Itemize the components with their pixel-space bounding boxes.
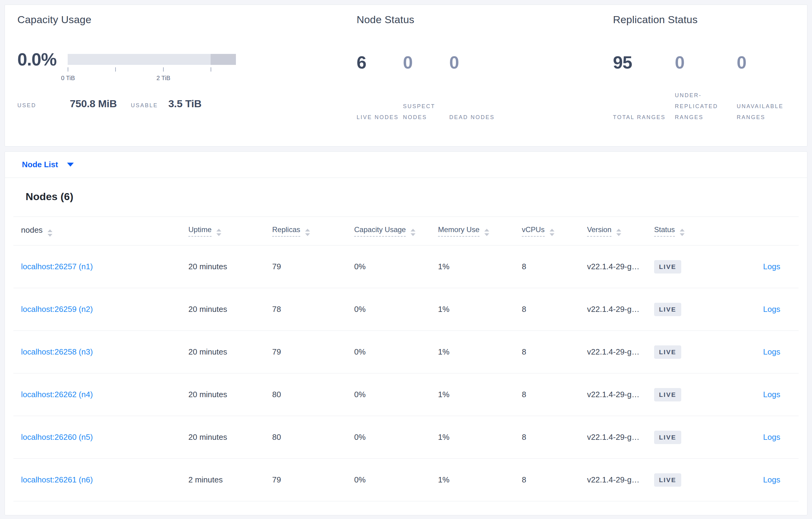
stat-unavailable-ranges: 0 UNAVAILABLE RANGES [737,52,799,123]
version-cell: v22.1.4-29-g… [587,262,654,271]
node-link[interactable]: localhost:26258 (n3) [13,347,188,357]
version-cell: v22.1.4-29-g… [587,347,654,357]
node-link[interactable]: localhost:26261 (n6) [13,475,188,485]
vcpus-cell: 8 [522,390,587,399]
stat-under-replicated-ranges: 0 UNDER-REPLICATED RANGES [675,52,737,123]
status-badge: LIVE [654,473,681,487]
column-header-uptime[interactable]: Uptime [188,225,272,237]
stat-value: 6 [357,52,403,73]
stat-value: 0 [403,52,449,73]
uptime-cell: 20 minutes [188,305,272,314]
status-badge: LIVE [654,303,681,316]
table-row: localhost:26257 (n1) 20 minutes 79 0% 1%… [13,245,799,288]
capacity-bar-end-segment [211,54,236,65]
logs-link[interactable]: Logs [763,390,780,399]
node-list-panel: Node List Nodes (6) nodes Uptime Replica… [5,151,807,515]
memory-use-cell: 1% [438,475,522,485]
sort-icon [305,229,310,236]
memory-use-cell: 1% [438,305,522,314]
node-link[interactable]: localhost:26262 (n4) [13,390,188,399]
capacity-usage-section: Capacity Usage 0.0% 0 TiB 2 TiB USED 750… [18,13,322,110]
status-badge: LIVE [654,388,681,401]
stat-label: TOTAL RANGES [613,112,675,123]
sort-icon [680,229,685,236]
logs-link[interactable]: Logs [763,305,780,314]
table-row: localhost:26260 (n5) 20 minutes 80 0% 1%… [13,416,799,459]
capacity-bar-usable-segment [68,54,211,65]
version-cell: v22.1.4-29-g… [587,432,654,442]
logs-link[interactable]: Logs [763,475,780,484]
usable-value: 3.5 TiB [168,98,201,110]
usable-label: USABLE [131,102,158,109]
version-cell: v22.1.4-29-g… [587,475,654,485]
logs-cell: Logs [763,347,799,357]
stat-label: SUSPECT NODES [403,101,449,123]
stat-value: 95 [613,52,675,73]
capacity-bar-chart: 0 TiB 2 TiB [68,54,238,70]
logs-cell: Logs [763,305,799,314]
logs-cell: Logs [763,432,799,442]
used-value: 750.8 MiB [70,98,117,110]
vcpus-cell: 8 [522,305,587,314]
capacity-used-usable-row: USED 750.8 MiB USABLE 3.5 TiB [18,98,322,110]
node-list-dropdown-label: Node List [22,160,58,169]
stat-value: 0 [675,52,737,73]
replicas-cell: 79 [272,475,354,485]
replicas-cell: 79 [272,262,354,271]
vcpus-cell: 8 [522,262,587,271]
logs-link[interactable]: Logs [763,347,780,356]
table-row: localhost:26262 (n4) 20 minutes 80 0% 1%… [13,373,799,416]
logs-cell: Logs [763,262,799,271]
stat-live-nodes: 6 LIVE NODES [357,52,403,123]
capacity-usage-title: Capacity Usage [18,13,322,26]
capacity-usage-cell: 0% [354,305,438,314]
axis-tick [211,67,211,71]
table-row: localhost:26259 (n2) 20 minutes 78 0% 1%… [13,288,799,331]
node-list-dropdown[interactable]: Node List [5,152,807,178]
stat-label: DEAD NODES [449,112,496,123]
replicas-cell: 78 [272,305,354,314]
axis-tick [163,67,164,71]
capacity-gauge: 0.0% 0 TiB 2 TiB [18,49,322,70]
node-link[interactable]: localhost:26257 (n1) [13,262,188,271]
used-label: USED [18,102,36,109]
column-header-version[interactable]: Version [587,225,654,237]
axis-tick [68,67,68,71]
uptime-cell: 20 minutes [188,262,272,271]
axis-tick-label: 0 TiB [61,74,75,82]
stat-suspect-nodes: 0 SUSPECT NODES [403,52,449,123]
status-cell: LIVE [654,388,721,401]
status-badge: LIVE [654,260,681,274]
column-header-replicas[interactable]: Replicas [272,225,354,237]
capacity-bar [68,54,236,65]
column-header-status[interactable]: Status [654,225,721,237]
stat-dead-nodes: 0 DEAD NODES [449,52,496,123]
axis-tick-label: 2 TiB [156,74,170,82]
replicas-cell: 80 [272,390,354,399]
node-status-stats: 6 LIVE NODES 0 SUSPECT NODES 0 DEAD NODE… [357,52,588,123]
capacity-percent-value: 0.0% [18,49,68,70]
memory-use-cell: 1% [438,432,522,442]
sort-icon [550,229,554,236]
status-cell: LIVE [654,431,721,444]
logs-cell: Logs [763,390,799,399]
vcpus-cell: 8 [522,347,587,357]
status-cell: LIVE [654,473,721,487]
replicas-cell: 79 [272,347,354,357]
column-header-nodes[interactable]: nodes [13,225,188,237]
node-link[interactable]: localhost:26259 (n2) [13,305,188,314]
column-header-vcpus[interactable]: vCPUs [522,225,587,237]
capacity-usage-cell: 0% [354,475,438,485]
node-link[interactable]: localhost:26260 (n5) [13,432,188,442]
sort-icon [484,229,489,236]
nodes-heading: Nodes (6) [26,191,807,203]
logs-link[interactable]: Logs [763,432,780,441]
column-header-capacity-usage[interactable]: Capacity Usage [354,225,438,237]
table-row: localhost:26261 (n6) 2 minutes 79 0% 1% … [13,459,799,501]
capacity-usage-cell: 0% [354,347,438,357]
sort-icon [411,229,415,236]
nodes-table: nodes Uptime Replicas Capacity Usage Mem… [13,217,799,501]
stat-label: UNDER-REPLICATED RANGES [675,90,737,123]
logs-link[interactable]: Logs [763,262,780,271]
column-header-memory-use[interactable]: Memory Use [438,225,522,237]
